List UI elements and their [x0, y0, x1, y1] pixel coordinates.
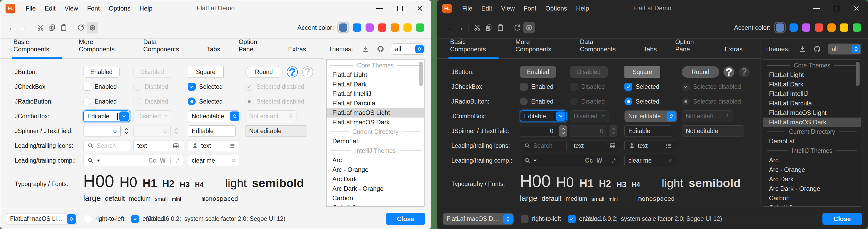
theme-item-flatlaf-darcula[interactable]: FlatLaf Darcula: [327, 98, 424, 108]
search-input[interactable]: Search: [83, 140, 130, 151]
menu-file[interactable]: File: [21, 3, 40, 14]
theme-item-flatlaf-dark[interactable]: FlatLaf Dark: [327, 80, 424, 89]
accent-swatch-1[interactable]: [339, 24, 347, 32]
maximize-button[interactable]: [832, 4, 840, 12]
text-input-calendar[interactable]: text: [133, 140, 183, 151]
theme-item-arc-orange[interactable]: Arc - Orange: [327, 165, 424, 174]
theme-item-arc-dark[interactable]: Arc Dark: [763, 174, 861, 184]
accent-swatch-3[interactable]: [802, 24, 810, 32]
accent-swatch-2[interactable]: [789, 24, 798, 32]
radio-enabled[interactable]: Enabled: [83, 97, 133, 106]
menu-font[interactable]: Font: [83, 3, 104, 14]
chevron-up-down-icon[interactable]: [415, 45, 424, 53]
chevron-up-down-icon[interactable]: [230, 112, 239, 121]
theme-item-flatlaf-light[interactable]: FlatLaf Light: [327, 70, 424, 80]
close-button[interactable]: Close: [386, 213, 425, 225]
close-button[interactable]: Close: [823, 213, 862, 225]
checkbox-enabled[interactable]: Enabled: [83, 83, 133, 91]
spinner-arrows-icon[interactable]: [122, 125, 130, 137]
menu-options[interactable]: Options: [541, 3, 572, 14]
match-case-button[interactable]: Cc: [585, 157, 593, 164]
refresh-icon[interactable]: [512, 22, 523, 33]
accent-swatch-7[interactable]: [416, 24, 424, 32]
tab-data-components[interactable]: Data Components: [143, 38, 189, 58]
theme-item-carbon[interactable]: Carbon: [763, 194, 861, 203]
tab-extras[interactable]: Extras: [724, 46, 743, 58]
tab-extras[interactable]: Extras: [287, 46, 307, 58]
accent-swatch-7[interactable]: [853, 24, 861, 32]
accent-swatch-4[interactable]: [378, 24, 386, 32]
clear-icon[interactable]: ×: [668, 156, 672, 165]
lookandfeel-combobox[interactable]: FlatLaf macOS Li…: [6, 213, 77, 225]
menu-font[interactable]: Font: [519, 3, 541, 14]
theme-item-arc-orange[interactable]: Arc - Orange: [763, 165, 861, 174]
cut-icon[interactable]: [471, 22, 483, 33]
chevron-up-down-icon[interactable]: [666, 112, 676, 121]
tab-option-pane[interactable]: Option Pane: [238, 38, 270, 58]
checkbox-selected[interactable]: Selected: [624, 83, 682, 91]
theme-item-flatlaf-macos-dark[interactable]: FlatLaf macOS Dark: [327, 117, 424, 127]
checkbox-selected[interactable]: Selected: [188, 83, 245, 91]
regex-button[interactable]: .*: [176, 157, 179, 164]
combobox-editable[interactable]: Editable: [520, 110, 567, 122]
forward-icon[interactable]: →: [18, 22, 29, 33]
accent-swatch-5[interactable]: [828, 24, 836, 32]
theme-item-flatlaf-macos-dark[interactable]: FlatLaf macOS Dark: [763, 117, 861, 127]
tab-tabs[interactable]: Tabs: [643, 46, 657, 58]
back-icon[interactable]: ←: [443, 22, 454, 33]
tab-more-components[interactable]: More Components: [78, 38, 125, 58]
theme-item-cobalt-2[interactable]: Cobalt 2: [327, 203, 424, 207]
menu-help[interactable]: Help: [571, 3, 593, 14]
textfield-editable[interactable]: Editable: [624, 125, 672, 137]
theme-item-carbon[interactable]: Carbon: [327, 194, 424, 203]
textfield-editable[interactable]: Editable: [188, 125, 236, 137]
text-input-user[interactable]: text: [188, 140, 239, 151]
search-with-options-input[interactable]: Cc W .*: [83, 155, 183, 166]
theme-item-arc[interactable]: Arc: [763, 155, 861, 165]
whole-words-button[interactable]: W: [160, 157, 166, 164]
github-icon[interactable]: [376, 45, 385, 53]
regex-button[interactable]: .*: [612, 157, 616, 164]
theme-item-arc-dark[interactable]: Arc Dark: [327, 174, 424, 184]
scrollbar-thumb[interactable]: [856, 62, 860, 86]
square-button[interactable]: Square: [624, 66, 660, 78]
show-hover-icon[interactable]: [87, 22, 98, 33]
menu-options[interactable]: Options: [104, 3, 135, 14]
show-hover-icon[interactable]: [523, 22, 535, 33]
search-with-options-input[interactable]: Cc W .*: [520, 155, 620, 166]
tab-tabs[interactable]: Tabs: [206, 46, 221, 58]
whole-words-button[interactable]: W: [596, 157, 602, 164]
combobox-not-editable[interactable]: Not editable: [188, 110, 241, 122]
accent-swatch-6[interactable]: [403, 24, 412, 32]
accent-swatch-5[interactable]: [391, 24, 399, 32]
chevron-up-down-icon[interactable]: [852, 45, 860, 53]
close-window-button[interactable]: ×: [416, 4, 424, 12]
spinner-arrows-icon[interactable]: [559, 125, 567, 137]
round-button[interactable]: Round: [245, 66, 283, 78]
help-button[interactable]: ?: [287, 66, 298, 78]
right-to-left-checkbox[interactable]: right-to-left: [84, 215, 124, 223]
combobox-editable[interactable]: Editable: [83, 110, 130, 122]
match-case-button[interactable]: Cc: [149, 157, 156, 164]
help-button[interactable]: ?: [723, 66, 735, 78]
theme-item-flatlaf-intellij[interactable]: FlatLaf IntelliJ: [763, 89, 861, 98]
clearable-input[interactable]: clear me ×: [188, 155, 239, 166]
text-input-calendar[interactable]: text: [570, 140, 620, 151]
theme-item-arc-dark-orange[interactable]: Arc Dark - Orange: [763, 184, 861, 194]
github-icon[interactable]: [813, 45, 822, 53]
enabled-button[interactable]: Enabled: [520, 66, 556, 78]
close-window-button[interactable]: ×: [852, 4, 860, 12]
theme-item-cobalt-2[interactable]: Cobalt 2: [763, 203, 861, 207]
chevron-up-down-icon[interactable]: [67, 214, 76, 224]
theme-item-flatlaf-dark[interactable]: FlatLaf Dark: [763, 80, 861, 89]
radio-enabled[interactable]: Enabled: [520, 97, 570, 106]
minimize-button[interactable]: [376, 4, 384, 12]
menu-edit[interactable]: Edit: [477, 3, 497, 14]
clearable-input[interactable]: clear me ×: [624, 155, 676, 166]
menu-file[interactable]: File: [458, 3, 477, 14]
accent-swatch-6[interactable]: [840, 24, 848, 32]
clear-icon[interactable]: ×: [231, 156, 236, 165]
themes-filter-combobox[interactable]: all: [828, 44, 861, 55]
search-input[interactable]: Search: [520, 140, 567, 151]
checkbox-enabled[interactable]: Enabled: [520, 83, 570, 91]
